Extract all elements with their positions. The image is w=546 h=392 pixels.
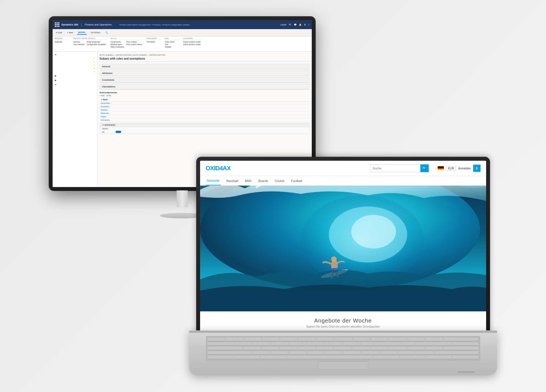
chat-icon[interactable]: 💬 <box>294 24 297 26</box>
hidden-label: Hidden <box>102 128 113 130</box>
row-name: Ausstattun... <box>100 105 310 108</box>
laptop-keyboard-base <box>189 330 497 375</box>
modifiers-section: ▼ MODIFIERS Hidden No <box>100 123 310 134</box>
table-row[interactable]: Elektronik... <box>100 112 310 115</box>
help-icon[interactable]: ? <box>308 24 309 26</box>
versions-button[interactable]: Versions <box>73 41 85 43</box>
topbar-right: USMF 🔍 💬 🔔 ⚙ ? <box>280 24 309 26</box>
add-button[interactable]: + Add <box>100 95 105 97</box>
search-button[interactable]: 🔍 <box>420 164 429 172</box>
table-row[interactable]: Ausstattun... <box>100 105 310 108</box>
german-flag[interactable] <box>438 166 444 170</box>
table-row[interactable]: Felgen <box>100 115 310 118</box>
d365-ribbon: MAINTAIN Duplicate PRODUCT MODEL DETAILS… <box>53 36 312 52</box>
d365-sidebar: ▼ ★ ★ <box>53 52 97 187</box>
import-model-button[interactable]: Import product model <box>183 43 201 46</box>
sidebar-item-attribute-types[interactable]: ★ <box>53 57 97 60</box>
toolbar-search[interactable]: 🔍 <box>105 31 108 34</box>
keyboard-row-1 <box>207 338 479 341</box>
edit-button[interactable]: ✏ Edit <box>55 31 63 34</box>
nav-startseite[interactable]: Startseite <box>206 176 221 185</box>
laptop-bottom-bar <box>458 371 475 373</box>
oxid-header: OXID4AX 🔍 EUR <box>200 161 486 176</box>
sidebar-item-purchase-ledger[interactable] <box>53 110 97 111</box>
model-properties-button[interactable]: Model properties <box>87 41 106 43</box>
star-icon: ★ <box>93 67 95 69</box>
clear-cache-button[interactable]: Clear cache <box>165 41 175 43</box>
model-tab[interactable]: MODEL <box>77 31 87 35</box>
nav-baseball[interactable]: Baseball <box>225 176 239 185</box>
setup-items: Components Attribute types Table constra… <box>111 41 142 50</box>
row-name: Innenausst... <box>100 118 310 122</box>
general-header[interactable]: General <box>100 64 309 69</box>
duplicate-button[interactable]: Duplicate <box>55 41 62 43</box>
table-row[interactable]: Aussenfarb... <box>100 102 310 105</box>
hero-image <box>200 186 486 311</box>
attribute-types-button[interactable]: Attribute types <box>111 43 124 46</box>
settings-icon[interactable]: ⚙ <box>304 24 306 26</box>
constraints-header[interactable]: Constraints <box>100 78 309 83</box>
hero-area <box>200 186 486 311</box>
recent-title[interactable]: ▶ <box>53 74 97 78</box>
sidebar-item-product-config[interactable]: ★ <box>53 60 97 63</box>
modifiers-header: ▼ MODIFIERS <box>100 123 309 127</box>
remove-button[interactable]: ⊖ Re... <box>106 95 113 97</box>
promo-subtitle: Sparen Sie bares Geld mit unseren aktuel… <box>306 325 380 328</box>
nav-boards[interactable]: Boards <box>257 176 269 185</box>
toggle-switch[interactable] <box>116 131 121 133</box>
modules-title[interactable]: ▼ <box>53 83 97 87</box>
laptop-screen-housing: OXID4AX 🔍 EUR <box>196 157 490 336</box>
subcomponents-area: Subcomponents + Add ⊖ Re... ✓ Name <box>100 91 310 134</box>
user-interface-button[interactable]: User interface <box>73 43 85 46</box>
row-name: Elektronik... <box>100 112 310 115</box>
hidden-modifier-row: Hidden <box>100 127 309 130</box>
translation-button[interactable]: Translation <box>146 41 155 43</box>
laptop-keyboard <box>206 336 480 361</box>
price-model-criteria-button[interactable]: Price model criteria <box>126 43 142 46</box>
nav-cricket[interactable]: Cricket <box>274 176 285 185</box>
bell-icon[interactable]: 🔔 <box>299 24 302 26</box>
exchange-items: Export product model Import product mode… <box>183 41 201 50</box>
table-row[interactable]: Boutique <box>100 108 310 112</box>
validate-button[interactable]: Validate <box>165 46 175 48</box>
sidebar-item-product-masters[interactable]: ★ <box>53 67 97 70</box>
stand-neck <box>177 190 188 207</box>
subcomponents-title: Subcomponents <box>100 91 310 94</box>
search-input[interactable] <box>370 164 420 172</box>
recent-section: ▶ <box>53 74 97 78</box>
components-button[interactable]: Components <box>111 41 124 43</box>
sidebar-item-products[interactable]: ★ <box>53 70 97 73</box>
calculations-header[interactable]: Calculations <box>100 84 309 89</box>
d365-topbar: Dynamics 365 | Finance and Operations Pr… <box>53 20 312 29</box>
search-icon[interactable]: 🔍 <box>289 24 292 26</box>
nav-football[interactable]: Football <box>290 176 303 185</box>
svg-point-4 <box>351 215 396 249</box>
nav-bmx[interactable]: BMX <box>244 176 253 185</box>
table-constraints-button[interactable]: Table constraints <box>111 46 124 48</box>
waffle-icon[interactable] <box>55 22 59 27</box>
sidebar-item-product-info[interactable]: ★ <box>53 63 97 67</box>
new-button[interactable]: + New <box>66 31 74 34</box>
laptop-touchpad[interactable] <box>318 361 368 370</box>
workspaces-section: ▶ <box>53 78 97 82</box>
options-tab[interactable]: OPTIONS <box>90 31 101 34</box>
no-modifier-row: No <box>100 130 309 134</box>
test-button[interactable]: Test <box>165 43 175 46</box>
header-right: EUR Anmelden 0 <box>438 165 480 172</box>
attributes-header[interactable]: Attributes <box>100 71 309 76</box>
ribbon-maintain: MAINTAIN Duplicate <box>55 38 69 50</box>
export-model-button[interactable]: Export product model <box>183 41 201 43</box>
workspaces-title[interactable]: ▶ <box>53 78 97 82</box>
cart-button[interactable]: 0 <box>473 165 481 172</box>
table-row[interactable]: Innenausst... <box>100 118 310 122</box>
currency-selector[interactable]: EUR <box>446 166 456 171</box>
config-templates-button[interactable]: Configuration templates <box>87 43 106 46</box>
app-name: Dynamics 365 <box>62 23 78 26</box>
d365-toolbar: ✏ Edit + New MODEL OPTIONS 🔍 <box>53 29 312 36</box>
price-models-button[interactable]: Price models <box>126 41 142 43</box>
promo-title: Angebote der Woche <box>314 318 372 324</box>
name-col-header: ✓ Name <box>100 98 310 102</box>
star-icon: ★ <box>93 71 95 73</box>
login-button[interactable]: Anmelden <box>458 167 471 170</box>
favourites-title[interactable]: ▼ <box>53 53 97 57</box>
